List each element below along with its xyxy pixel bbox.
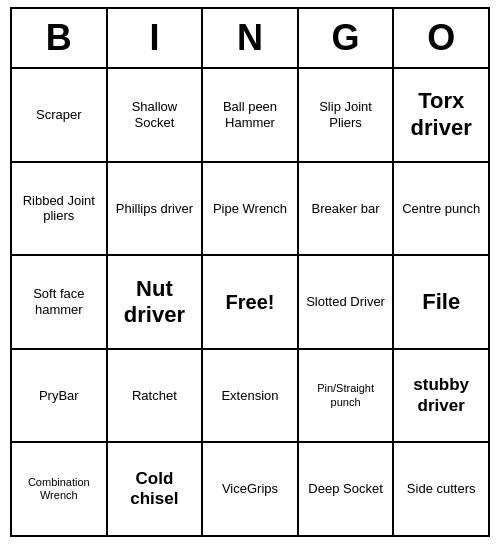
grid-row-2: Soft face hammerNut driverFree!Slotted D… bbox=[12, 256, 488, 350]
cell-4-2: ViceGrips bbox=[203, 443, 299, 535]
header-letter: G bbox=[299, 9, 395, 67]
cell-2-2: Free! bbox=[203, 256, 299, 348]
cell-1-1: Phillips driver bbox=[108, 163, 204, 255]
bingo-grid: ScraperShallow SocketBall peen HammerSli… bbox=[12, 69, 488, 535]
cell-1-0: Ribbed Joint pliers bbox=[12, 163, 108, 255]
cell-3-1: Ratchet bbox=[108, 350, 204, 442]
cell-3-2: Extension bbox=[203, 350, 299, 442]
cell-4-0: Combination Wrench bbox=[12, 443, 108, 535]
cell-2-1: Nut driver bbox=[108, 256, 204, 348]
cell-2-3: Slotted Driver bbox=[299, 256, 395, 348]
grid-row-0: ScraperShallow SocketBall peen HammerSli… bbox=[12, 69, 488, 163]
cell-0-2: Ball peen Hammer bbox=[203, 69, 299, 161]
grid-row-4: Combination WrenchCold chiselViceGripsDe… bbox=[12, 443, 488, 535]
cell-4-3: Deep Socket bbox=[299, 443, 395, 535]
header-letter: I bbox=[108, 9, 204, 67]
header-letter: O bbox=[394, 9, 488, 67]
cell-2-0: Soft face hammer bbox=[12, 256, 108, 348]
cell-3-0: PryBar bbox=[12, 350, 108, 442]
cell-0-3: Slip Joint Pliers bbox=[299, 69, 395, 161]
grid-row-3: PryBarRatchetExtensionPin/Straight punch… bbox=[12, 350, 488, 444]
cell-1-2: Pipe Wrench bbox=[203, 163, 299, 255]
cell-0-4: Torx driver bbox=[394, 69, 488, 161]
cell-2-4: File bbox=[394, 256, 488, 348]
cell-0-0: Scraper bbox=[12, 69, 108, 161]
cell-4-1: Cold chisel bbox=[108, 443, 204, 535]
header-letter: N bbox=[203, 9, 299, 67]
cell-3-3: Pin/Straight punch bbox=[299, 350, 395, 442]
cell-4-4: Side cutters bbox=[394, 443, 488, 535]
cell-0-1: Shallow Socket bbox=[108, 69, 204, 161]
cell-1-4: Centre punch bbox=[394, 163, 488, 255]
cell-1-3: Breaker bar bbox=[299, 163, 395, 255]
header-letter: B bbox=[12, 9, 108, 67]
cell-3-4: stubby driver bbox=[394, 350, 488, 442]
header-row: BINGO bbox=[12, 9, 488, 69]
bingo-card: BINGO ScraperShallow SocketBall peen Ham… bbox=[10, 7, 490, 537]
grid-row-1: Ribbed Joint pliersPhillips driverPipe W… bbox=[12, 163, 488, 257]
